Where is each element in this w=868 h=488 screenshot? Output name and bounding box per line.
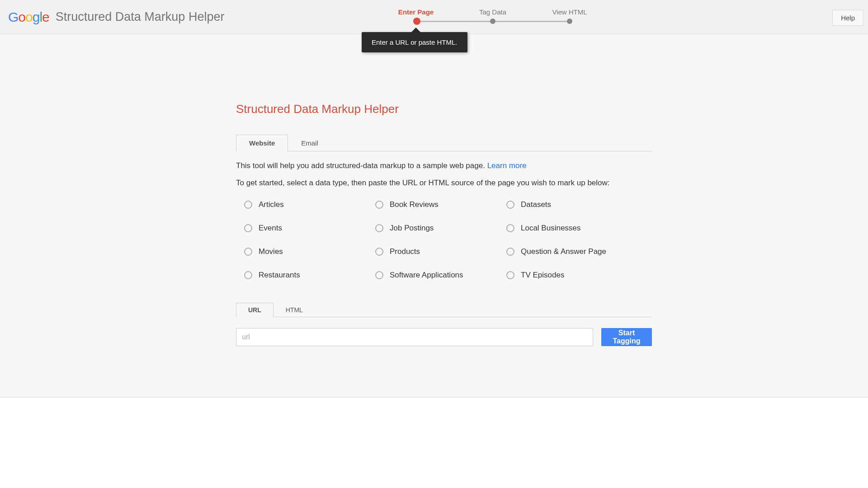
step-view-html[interactable]: View HTML <box>542 8 597 16</box>
radio-label: Software Applications <box>390 271 463 280</box>
radio-icon <box>506 224 514 232</box>
tab-html[interactable]: HTML <box>274 303 315 317</box>
stepper-tooltip: Enter a URL or paste HTML. <box>362 32 467 52</box>
radio-label: Restaurants <box>259 271 300 280</box>
radio-icon <box>375 224 383 232</box>
step-tag-data[interactable]: Tag Data <box>466 8 520 16</box>
radio-label: Articles <box>259 200 284 209</box>
radio-articles[interactable]: Articles <box>244 200 375 209</box>
tab-url[interactable]: URL <box>236 303 274 317</box>
page-title: Structured Data Markup Helper <box>236 102 652 116</box>
app-header: Google Structured Data Markup Helper Ent… <box>0 0 868 34</box>
step-labels: Enter Page Tag Data View HTML <box>389 8 597 16</box>
radio-icon <box>375 201 383 209</box>
radio-label: Local Businesses <box>521 224 580 233</box>
tab-email[interactable]: Email <box>288 135 331 151</box>
radio-icon <box>506 201 514 209</box>
radio-icon <box>506 271 514 279</box>
radio-software-applications[interactable]: Software Applications <box>375 271 506 280</box>
radio-qa-page[interactable]: Question & Answer Page <box>506 247 637 256</box>
start-tagging-button[interactable]: Start Tagging <box>601 328 652 346</box>
google-logo: Google <box>8 9 49 25</box>
logo-area: Google Structured Data Markup Helper <box>0 9 224 25</box>
radio-icon <box>506 248 514 256</box>
radio-icon <box>244 248 252 256</box>
radio-icon <box>375 271 383 279</box>
app-title: Structured Data Markup Helper <box>56 10 225 24</box>
intro-copy: This tool will help you add structured-d… <box>236 161 487 170</box>
radio-label: Book Reviews <box>390 200 439 209</box>
radio-label: Job Postings <box>390 224 434 233</box>
radio-icon <box>244 271 252 279</box>
main-area: Structured Data Markup Helper Website Em… <box>0 34 868 398</box>
radio-icon <box>244 201 252 209</box>
radio-book-reviews[interactable]: Book Reviews <box>375 200 506 209</box>
learn-more-link[interactable]: Learn more <box>487 161 527 170</box>
radio-movies[interactable]: Movies <box>244 247 375 256</box>
step-dot <box>567 19 572 24</box>
help-button[interactable]: Help <box>832 10 863 26</box>
step-enter-page[interactable]: Enter Page <box>389 8 443 16</box>
radio-restaurants[interactable]: Restaurants <box>244 271 375 280</box>
radio-label: Products <box>390 247 420 256</box>
radio-local-businesses[interactable]: Local Businesses <box>506 224 637 233</box>
radio-label: Datasets <box>521 200 551 209</box>
radio-products[interactable]: Products <box>375 247 506 256</box>
radio-icon <box>244 224 252 232</box>
tab-website[interactable]: Website <box>236 135 288 151</box>
progress-stepper: Enter Page Tag Data View HTML <box>389 8 597 25</box>
step-dot <box>490 19 495 24</box>
radio-icon <box>375 248 383 256</box>
radio-tv-episodes[interactable]: TV Episodes <box>506 271 637 280</box>
data-type-grid: Articles Book Reviews Datasets Events Jo… <box>236 200 652 280</box>
radio-label: Movies <box>259 247 283 256</box>
radio-datasets[interactable]: Datasets <box>506 200 637 209</box>
radio-label: Events <box>259 224 282 233</box>
content-panel: Structured Data Markup Helper Website Em… <box>236 102 652 346</box>
radio-label: TV Episodes <box>521 271 564 280</box>
url-input[interactable] <box>236 328 593 346</box>
radio-job-postings[interactable]: Job Postings <box>375 224 506 233</box>
input-tabs: URL HTML <box>236 302 652 317</box>
step-track <box>389 19 597 25</box>
instruction-text: To get started, select a data type, then… <box>236 178 652 188</box>
step-dot-active <box>413 18 420 25</box>
input-row: Start Tagging <box>236 328 652 346</box>
radio-events[interactable]: Events <box>244 224 375 233</box>
radio-label: Question & Answer Page <box>521 247 606 256</box>
intro-text: This tool will help you add structured-d… <box>236 161 652 170</box>
type-tabs: Website Email <box>236 134 652 151</box>
